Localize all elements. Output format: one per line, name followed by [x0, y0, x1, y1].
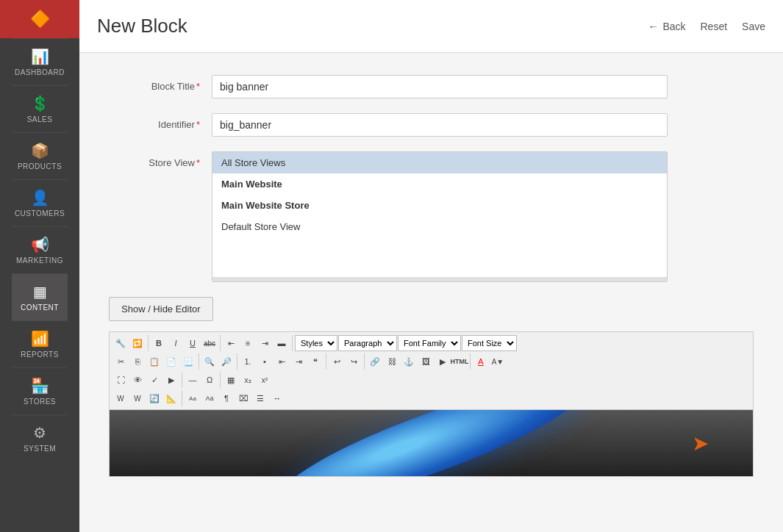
save-button[interactable]: Save [742, 21, 765, 32]
editor-image-preview [110, 410, 753, 476]
toolbar-link-button[interactable]: 🔗 [367, 353, 383, 370]
toolbar-size5-button[interactable]: ☰ [252, 390, 268, 406]
toolbar-size6-button[interactable]: ↔ [269, 390, 285, 406]
toolbar-forecolor-button[interactable]: A [473, 353, 489, 370]
toolbar-widget2-button[interactable]: W [129, 390, 146, 406]
toolbar-plugin1-button[interactable]: 🔧 [112, 335, 129, 351]
toolbar-hr-button[interactable]: — [185, 372, 201, 388]
store-view-option-1[interactable]: Main Website [212, 173, 667, 195]
editor-content-area[interactable]: ➤ [109, 409, 754, 477]
toolbar-outdent-button[interactable]: ⇤ [273, 353, 290, 370]
toolbar-size2-button[interactable]: Aa [201, 390, 218, 406]
toolbar-sep-9 [182, 372, 182, 388]
back-button[interactable]: ← Back [648, 21, 685, 32]
toolbar-media-button[interactable]: ▶ [435, 353, 451, 370]
dashboard-icon: 📊 [31, 48, 49, 65]
paragraph-select[interactable]: Paragraph [338, 335, 397, 351]
toolbar-strikethrough-button[interactable]: abc [201, 335, 218, 351]
toolbar-ol-button[interactable]: 1. [240, 353, 256, 370]
toolbar-redo-button[interactable]: ↪ [346, 353, 362, 370]
store-view-option-2[interactable]: Main Website Store [212, 195, 667, 216]
block-title-input[interactable] [212, 75, 668, 98]
store-view-select[interactable]: All Store ViewsMain WebsiteMain Website … [212, 151, 668, 282]
toolbar-sep-3 [292, 335, 293, 351]
toolbar-size3-button[interactable]: ¶ [218, 390, 235, 406]
toolbar-widget4-button[interactable]: 📐 [163, 390, 179, 406]
toolbar-fullscreen-button[interactable]: ⛶ [112, 372, 129, 388]
toolbar-undo-button[interactable]: ↩ [329, 353, 345, 370]
sidebar-item-content[interactable]: ▦ CONTENT [12, 273, 68, 320]
identifier-input[interactable] [212, 113, 668, 137]
toolbar-plugin2-button[interactable]: 🔁 [129, 335, 146, 351]
toolbar-sep-10 [220, 372, 221, 388]
toolbar-paste-button[interactable]: 📋 [146, 353, 162, 370]
show-hide-editor-button[interactable]: Show / Hide Editor [109, 297, 213, 321]
block-title-row: Block Title* [109, 75, 754, 98]
sidebar-item-marketing[interactable]: 📢 MARKETING [12, 226, 68, 273]
store-view-label: Store View* [109, 151, 212, 168]
toolbar-size4-button[interactable]: ⌧ [235, 390, 251, 406]
toolbar-sep-1 [148, 335, 149, 351]
toolbar-hilitecolor-button[interactable]: A▼ [490, 353, 506, 370]
back-label: Back [662, 21, 685, 32]
toolbar-search-replace-button[interactable]: 🔍 [201, 353, 218, 370]
toolbar-superscript-button[interactable]: x² [257, 372, 273, 388]
toolbar-align-justify-button[interactable]: ▬ [273, 335, 290, 351]
identifier-row: Identifier* [109, 113, 754, 137]
sidebar-item-products[interactable]: 📦 PRODUCTS [12, 132, 68, 179]
toolbar-row-2: ✂ ⎘ 📋 📄 📃 🔍 🔎 1. • ⇤ ⇥ ❝ ↩ ↪ 🔗 ⛓ [112, 353, 750, 370]
toolbar-subscript-button[interactable]: x₂ [240, 372, 256, 388]
toolbar-html-button[interactable]: HTML [451, 353, 468, 370]
store-view-resize-handle[interactable] [212, 277, 667, 281]
toolbar-special-char-button[interactable]: Ω [201, 372, 218, 388]
toolbar-paste-text-button[interactable]: 📄 [163, 353, 179, 370]
content-icon: ▦ [33, 283, 47, 301]
toolbar-anchor-button[interactable]: ⚓ [401, 353, 417, 370]
sidebar-item-stores[interactable]: 🏪 STORES [12, 367, 68, 414]
toolbar-bold-button[interactable]: B [151, 335, 167, 351]
dashboard-label: DASHBOARD [15, 68, 65, 76]
reports-icon: 📶 [31, 330, 49, 348]
sidebar-item-sales[interactable]: 💲 SALES [12, 85, 68, 132]
toolbar-indent-button[interactable]: ⇥ [290, 353, 307, 370]
toolbar-sep-4 [199, 353, 199, 370]
toolbar-table-button[interactable]: ▦ [223, 372, 239, 388]
sidebar-item-dashboard[interactable]: 📊 DASHBOARD [12, 38, 68, 85]
toolbar-sep-11 [182, 390, 182, 406]
toolbar-preview-button[interactable]: 👁 [129, 372, 146, 388]
toolbar-sep-6 [326, 353, 326, 370]
toolbar-ul-button[interactable]: • [257, 353, 273, 370]
toolbar-copy-button[interactable]: ⎘ [129, 353, 146, 370]
toolbar-align-center-button[interactable]: ≡ [240, 335, 256, 351]
sidebar-item-system[interactable]: ⚙ SYSTEM [12, 414, 68, 461]
products-icon: 📦 [31, 142, 49, 159]
toolbar-media3-button[interactable]: ▶ [163, 372, 179, 388]
toolbar-align-left-button[interactable]: ⇤ [223, 335, 239, 351]
toolbar-cut-button[interactable]: ✂ [112, 353, 129, 370]
store-view-row: Store View* All Store ViewsMain WebsiteM… [109, 151, 754, 282]
sidebar-item-customers[interactable]: 👤 CUSTOMERS [12, 179, 68, 226]
toolbar-widget1-button[interactable]: W [112, 390, 129, 406]
sidebar-item-reports[interactable]: 📶 REPORTS [12, 320, 68, 367]
toolbar-unlink-button[interactable]: ⛓ [384, 353, 400, 370]
toolbar-italic-button[interactable]: I [168, 335, 184, 351]
toolbar-paste-word-button[interactable]: 📃 [180, 353, 196, 370]
reset-button[interactable]: Reset [701, 21, 728, 32]
toolbar-spellcheck-button[interactable]: ✓ [146, 372, 162, 388]
store-view-option-3[interactable]: Default Store View [212, 216, 667, 237]
system-icon: ⚙ [33, 424, 46, 442]
toolbar-blockquote-button[interactable]: ❝ [307, 353, 323, 370]
stores-label: STORES [24, 398, 56, 406]
font-size-select[interactable]: Font Size [462, 335, 517, 351]
store-view-option-0[interactable]: All Store Views [212, 152, 667, 173]
toolbar-image-button[interactable]: 🖼 [418, 353, 434, 370]
styles-select[interactable]: Styles [295, 335, 337, 351]
toolbar-size1-button[interactable]: Aa [185, 390, 201, 406]
toolbar-find-button[interactable]: 🔎 [218, 353, 235, 370]
toolbar-row-1: 🔧 🔁 B I U abc ⇤ ≡ ⇥ ▬ Styles Paragraph [112, 334, 750, 352]
toolbar-row-3: ⛶ 👁 ✓ ▶ — Ω ▦ x₂ x² [112, 371, 750, 389]
font-family-select[interactable]: Font Family [398, 335, 461, 351]
toolbar-widget3-button[interactable]: 🔄 [146, 390, 162, 406]
toolbar-align-right-button[interactable]: ⇥ [257, 335, 273, 351]
toolbar-underline-button[interactable]: U [185, 335, 201, 351]
